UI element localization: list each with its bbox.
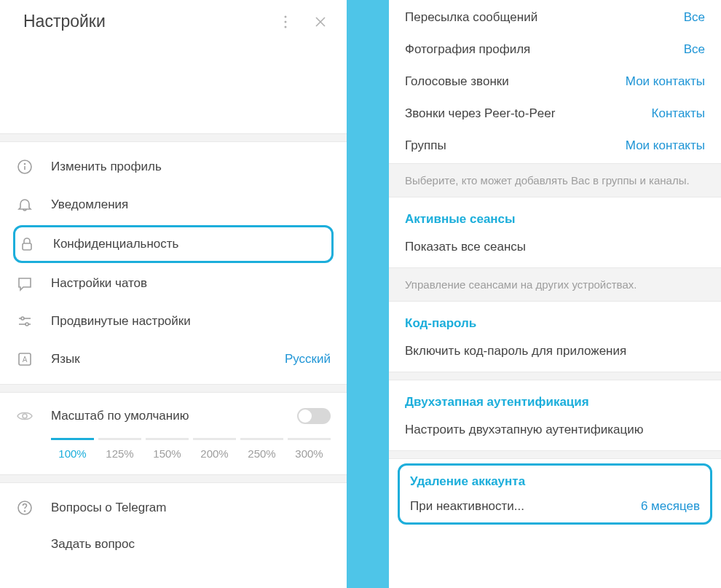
chat-icon — [16, 275, 42, 292]
setup-two-step[interactable]: Настроить двухэтапную аутентификацию — [389, 415, 721, 450]
close-icon[interactable] — [312, 13, 329, 31]
svg-point-2 — [285, 26, 287, 28]
bell-icon — [16, 196, 42, 213]
scale-option[interactable]: 150% — [146, 447, 189, 460]
row-label: Группы — [405, 138, 626, 153]
menu-privacy[interactable]: Конфиденциальность — [13, 225, 334, 263]
row-value: Все — [684, 42, 705, 57]
more-icon[interactable] — [277, 13, 294, 31]
scale-bar — [98, 438, 141, 440]
menu-ask-question[interactable]: Задать вопрос — [0, 527, 347, 562]
svg-point-1 — [285, 20, 287, 23]
menu-label: Уведомления — [42, 197, 331, 212]
scale-toggle[interactable] — [297, 408, 331, 424]
settings-header: Настройки — [0, 0, 347, 43]
svg-point-17 — [25, 511, 25, 511]
menu-notifications[interactable]: Уведомления — [0, 186, 347, 224]
language-value: Русский — [285, 352, 331, 366]
passcode-header: Код-пароль — [389, 302, 721, 337]
svg-text:A: A — [23, 356, 28, 364]
enable-passcode[interactable]: Включить код-пароль для приложения — [389, 337, 721, 372]
info-icon — [16, 158, 42, 176]
settings-menu: Изменить профиль Уведомления Конфиденциа… — [0, 142, 347, 384]
privacy-profile-photo[interactable]: Фотография профиля Все — [389, 34, 721, 66]
row-value: Мои контакты — [626, 138, 705, 153]
scale-row: Масштаб по умолчанию — [0, 393, 347, 438]
svg-point-7 — [25, 164, 25, 165]
divider — [0, 133, 347, 142]
scale-options: 100% 125% 150% 200% 250% 300% — [0, 440, 347, 474]
settings-panel: Настройки Изменить профиль Уведомления — [0, 0, 347, 588]
divider — [0, 384, 347, 393]
privacy-voice-calls[interactable]: Голосовые звонки Мои контакты — [389, 66, 721, 98]
privacy-groups[interactable]: Группы Мои контакты — [389, 130, 721, 162]
menu-faq[interactable]: Вопросы о Telegram — [0, 489, 347, 527]
menu-label: Вопросы о Telegram — [42, 501, 331, 515]
privacy-panel: Пересылка сообщений Все Фотография профи… — [389, 0, 721, 588]
row-label: Фотография профиля — [405, 42, 684, 57]
row-label: При неактивности... — [410, 499, 641, 514]
row-label: Голосовые звонки — [405, 74, 626, 89]
menu-label: Настройки чатов — [42, 276, 331, 291]
menu-label: Продвинутые настройки — [42, 314, 331, 329]
row-label: Звонки через Peer-to-Peer — [405, 106, 652, 121]
row-value: Контакты — [652, 106, 705, 121]
show-all-sessions[interactable]: Показать все сеансы — [389, 232, 721, 267]
menu-chat-settings[interactable]: Настройки чатов — [0, 264, 347, 302]
scale-option[interactable]: 300% — [288, 447, 331, 460]
two-step-section: Двухэтапная аутентификация Настроить дву… — [389, 380, 721, 450]
scale-bar — [240, 438, 283, 440]
privacy-p2p-calls[interactable]: Звонки через Peer-to-Peer Контакты — [389, 98, 721, 130]
divider — [389, 372, 721, 380]
svg-point-15 — [23, 414, 27, 418]
menu-label: Конфиденциальность — [44, 237, 328, 251]
groups-hint: Выберите, кто может добавлять Вас в груп… — [389, 163, 721, 197]
row-value: 6 месяцев — [641, 499, 700, 514]
menu-label: Язык — [42, 352, 285, 366]
menu-label: Задать вопрос — [42, 537, 331, 552]
row-value: Мои контакты — [626, 74, 705, 89]
lock-icon — [18, 235, 44, 253]
svg-point-0 — [285, 15, 287, 17]
scale-label: Масштаб по умолчанию — [42, 409, 297, 423]
divider — [0, 474, 347, 483]
scale-bar — [146, 438, 189, 440]
menu-advanced[interactable]: Продвинутые настройки — [0, 302, 347, 340]
scale-option[interactable]: 125% — [98, 447, 141, 460]
svg-point-12 — [25, 323, 28, 326]
eye-icon — [16, 407, 42, 425]
menu-label: Изменить профиль — [42, 160, 331, 174]
scale-bar — [193, 438, 236, 440]
scale-bars[interactable] — [0, 438, 347, 440]
help-section: Вопросы о Telegram Задать вопрос — [0, 483, 347, 568]
sessions-section: Активные сеансы Показать все сеансы — [389, 197, 721, 267]
privacy-forwarding[interactable]: Пересылка сообщений Все — [389, 1, 721, 34]
row-value: Все — [684, 10, 705, 25]
menu-language[interactable]: A Язык Русский — [0, 340, 347, 378]
settings-title: Настройки — [23, 12, 277, 31]
two-step-header: Двухэтапная аутентификация — [389, 380, 721, 415]
help-icon — [16, 499, 42, 517]
delete-inactive-row[interactable]: При неактивности... 6 месяцев — [400, 492, 710, 518]
sessions-hint: Управление сеансами на других устройства… — [389, 267, 721, 302]
scale-section: Масштаб по умолчанию 100% 125% 150% 200%… — [0, 393, 347, 474]
scale-option[interactable]: 100% — [51, 447, 94, 460]
menu-edit-profile[interactable]: Изменить профиль — [0, 148, 347, 186]
scale-option[interactable]: 200% — [193, 447, 236, 460]
svg-point-10 — [21, 317, 24, 320]
divider — [389, 450, 721, 459]
sliders-icon — [16, 313, 42, 330]
delete-account-header: Удаление аккаунта — [400, 466, 710, 492]
language-icon: A — [16, 350, 42, 368]
row-label: Пересылка сообщений — [405, 10, 684, 25]
privacy-list: Пересылка сообщений Все Фотография профи… — [389, 0, 721, 163]
sessions-header: Активные сеансы — [389, 197, 721, 232]
scale-bar — [51, 438, 94, 440]
delete-account-section: Удаление аккаунта При неактивности... 6 … — [398, 463, 712, 525]
profile-area — [0, 43, 347, 133]
header-actions — [277, 13, 329, 31]
svg-rect-8 — [23, 243, 31, 250]
scale-bar — [288, 438, 331, 440]
scale-option[interactable]: 250% — [240, 447, 283, 460]
passcode-section: Код-пароль Включить код-пароль для прило… — [389, 302, 721, 372]
